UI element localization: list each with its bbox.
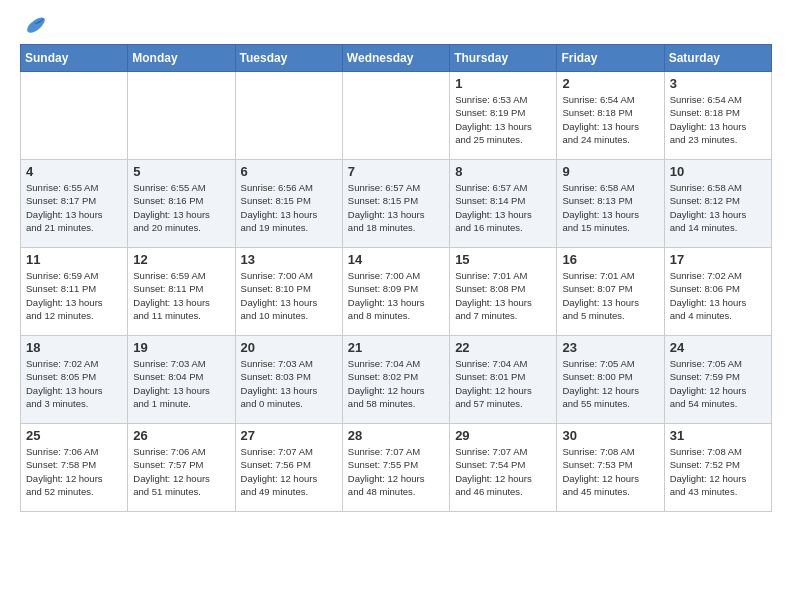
calendar-cell: 27Sunrise: 7:07 AM Sunset: 7:56 PM Dayli… <box>235 424 342 512</box>
logo-bird-icon <box>22 16 46 34</box>
day-number: 23 <box>562 340 658 355</box>
day-number: 1 <box>455 76 551 91</box>
day-number: 27 <box>241 428 337 443</box>
calendar-cell <box>128 72 235 160</box>
day-number: 9 <box>562 164 658 179</box>
calendar-cell: 4Sunrise: 6:55 AM Sunset: 8:17 PM Daylig… <box>21 160 128 248</box>
calendar-cell: 16Sunrise: 7:01 AM Sunset: 8:07 PM Dayli… <box>557 248 664 336</box>
calendar-cell: 31Sunrise: 7:08 AM Sunset: 7:52 PM Dayli… <box>664 424 771 512</box>
calendar-cell: 10Sunrise: 6:58 AM Sunset: 8:12 PM Dayli… <box>664 160 771 248</box>
day-info: Sunrise: 6:59 AM Sunset: 8:11 PM Dayligh… <box>26 269 122 322</box>
calendar-cell: 17Sunrise: 7:02 AM Sunset: 8:06 PM Dayli… <box>664 248 771 336</box>
calendar-cell: 24Sunrise: 7:05 AM Sunset: 7:59 PM Dayli… <box>664 336 771 424</box>
day-info: Sunrise: 7:07 AM Sunset: 7:56 PM Dayligh… <box>241 445 337 498</box>
calendar-header-row: SundayMondayTuesdayWednesdayThursdayFrid… <box>21 45 772 72</box>
day-number: 6 <box>241 164 337 179</box>
calendar-cell: 28Sunrise: 7:07 AM Sunset: 7:55 PM Dayli… <box>342 424 449 512</box>
calendar-cell: 23Sunrise: 7:05 AM Sunset: 8:00 PM Dayli… <box>557 336 664 424</box>
calendar-cell <box>21 72 128 160</box>
day-info: Sunrise: 7:00 AM Sunset: 8:09 PM Dayligh… <box>348 269 444 322</box>
calendar-cell <box>342 72 449 160</box>
day-number: 30 <box>562 428 658 443</box>
day-info: Sunrise: 7:02 AM Sunset: 8:05 PM Dayligh… <box>26 357 122 410</box>
day-number: 11 <box>26 252 122 267</box>
day-info: Sunrise: 7:03 AM Sunset: 8:04 PM Dayligh… <box>133 357 229 410</box>
day-info: Sunrise: 6:58 AM Sunset: 8:12 PM Dayligh… <box>670 181 766 234</box>
day-number: 4 <box>26 164 122 179</box>
day-info: Sunrise: 6:54 AM Sunset: 8:18 PM Dayligh… <box>670 93 766 146</box>
calendar-cell: 25Sunrise: 7:06 AM Sunset: 7:58 PM Dayli… <box>21 424 128 512</box>
page-header <box>20 16 772 34</box>
calendar-cell: 26Sunrise: 7:06 AM Sunset: 7:57 PM Dayli… <box>128 424 235 512</box>
calendar-col-monday: Monday <box>128 45 235 72</box>
day-number: 24 <box>670 340 766 355</box>
day-number: 25 <box>26 428 122 443</box>
day-info: Sunrise: 7:03 AM Sunset: 8:03 PM Dayligh… <box>241 357 337 410</box>
day-number: 16 <box>562 252 658 267</box>
day-info: Sunrise: 6:54 AM Sunset: 8:18 PM Dayligh… <box>562 93 658 146</box>
day-number: 22 <box>455 340 551 355</box>
calendar-cell: 21Sunrise: 7:04 AM Sunset: 8:02 PM Dayli… <box>342 336 449 424</box>
calendar-cell: 6Sunrise: 6:56 AM Sunset: 8:15 PM Daylig… <box>235 160 342 248</box>
day-info: Sunrise: 7:02 AM Sunset: 8:06 PM Dayligh… <box>670 269 766 322</box>
calendar-col-thursday: Thursday <box>450 45 557 72</box>
day-number: 13 <box>241 252 337 267</box>
calendar-cell: 13Sunrise: 7:00 AM Sunset: 8:10 PM Dayli… <box>235 248 342 336</box>
day-info: Sunrise: 7:06 AM Sunset: 7:58 PM Dayligh… <box>26 445 122 498</box>
day-number: 14 <box>348 252 444 267</box>
day-info: Sunrise: 6:56 AM Sunset: 8:15 PM Dayligh… <box>241 181 337 234</box>
day-info: Sunrise: 6:57 AM Sunset: 8:15 PM Dayligh… <box>348 181 444 234</box>
calendar-cell <box>235 72 342 160</box>
day-number: 18 <box>26 340 122 355</box>
calendar-cell: 18Sunrise: 7:02 AM Sunset: 8:05 PM Dayli… <box>21 336 128 424</box>
calendar-cell: 1Sunrise: 6:53 AM Sunset: 8:19 PM Daylig… <box>450 72 557 160</box>
calendar-cell: 12Sunrise: 6:59 AM Sunset: 8:11 PM Dayli… <box>128 248 235 336</box>
day-info: Sunrise: 6:58 AM Sunset: 8:13 PM Dayligh… <box>562 181 658 234</box>
calendar-col-wednesday: Wednesday <box>342 45 449 72</box>
day-info: Sunrise: 6:59 AM Sunset: 8:11 PM Dayligh… <box>133 269 229 322</box>
calendar-cell: 7Sunrise: 6:57 AM Sunset: 8:15 PM Daylig… <box>342 160 449 248</box>
calendar-cell: 3Sunrise: 6:54 AM Sunset: 8:18 PM Daylig… <box>664 72 771 160</box>
calendar-col-friday: Friday <box>557 45 664 72</box>
day-number: 21 <box>348 340 444 355</box>
day-number: 29 <box>455 428 551 443</box>
day-number: 26 <box>133 428 229 443</box>
calendar-cell: 14Sunrise: 7:00 AM Sunset: 8:09 PM Dayli… <box>342 248 449 336</box>
calendar-week-row: 11Sunrise: 6:59 AM Sunset: 8:11 PM Dayli… <box>21 248 772 336</box>
day-info: Sunrise: 6:57 AM Sunset: 8:14 PM Dayligh… <box>455 181 551 234</box>
day-info: Sunrise: 7:07 AM Sunset: 7:55 PM Dayligh… <box>348 445 444 498</box>
day-info: Sunrise: 7:07 AM Sunset: 7:54 PM Dayligh… <box>455 445 551 498</box>
day-info: Sunrise: 7:08 AM Sunset: 7:52 PM Dayligh… <box>670 445 766 498</box>
day-number: 2 <box>562 76 658 91</box>
calendar-cell: 2Sunrise: 6:54 AM Sunset: 8:18 PM Daylig… <box>557 72 664 160</box>
day-info: Sunrise: 6:53 AM Sunset: 8:19 PM Dayligh… <box>455 93 551 146</box>
calendar-cell: 11Sunrise: 6:59 AM Sunset: 8:11 PM Dayli… <box>21 248 128 336</box>
day-number: 5 <box>133 164 229 179</box>
calendar-table: SundayMondayTuesdayWednesdayThursdayFrid… <box>20 44 772 512</box>
day-number: 17 <box>670 252 766 267</box>
day-info: Sunrise: 6:55 AM Sunset: 8:16 PM Dayligh… <box>133 181 229 234</box>
day-number: 28 <box>348 428 444 443</box>
day-number: 8 <box>455 164 551 179</box>
day-info: Sunrise: 7:06 AM Sunset: 7:57 PM Dayligh… <box>133 445 229 498</box>
day-info: Sunrise: 7:05 AM Sunset: 8:00 PM Dayligh… <box>562 357 658 410</box>
day-number: 7 <box>348 164 444 179</box>
calendar-cell: 15Sunrise: 7:01 AM Sunset: 8:08 PM Dayli… <box>450 248 557 336</box>
calendar-cell: 8Sunrise: 6:57 AM Sunset: 8:14 PM Daylig… <box>450 160 557 248</box>
day-number: 10 <box>670 164 766 179</box>
logo <box>20 16 46 34</box>
calendar-week-row: 25Sunrise: 7:06 AM Sunset: 7:58 PM Dayli… <box>21 424 772 512</box>
calendar-cell: 30Sunrise: 7:08 AM Sunset: 7:53 PM Dayli… <box>557 424 664 512</box>
day-number: 12 <box>133 252 229 267</box>
day-info: Sunrise: 7:04 AM Sunset: 8:01 PM Dayligh… <box>455 357 551 410</box>
day-info: Sunrise: 7:08 AM Sunset: 7:53 PM Dayligh… <box>562 445 658 498</box>
calendar-cell: 5Sunrise: 6:55 AM Sunset: 8:16 PM Daylig… <box>128 160 235 248</box>
calendar-cell: 29Sunrise: 7:07 AM Sunset: 7:54 PM Dayli… <box>450 424 557 512</box>
calendar-week-row: 1Sunrise: 6:53 AM Sunset: 8:19 PM Daylig… <box>21 72 772 160</box>
calendar-col-sunday: Sunday <box>21 45 128 72</box>
day-number: 31 <box>670 428 766 443</box>
day-number: 3 <box>670 76 766 91</box>
day-number: 19 <box>133 340 229 355</box>
day-info: Sunrise: 6:55 AM Sunset: 8:17 PM Dayligh… <box>26 181 122 234</box>
day-info: Sunrise: 7:00 AM Sunset: 8:10 PM Dayligh… <box>241 269 337 322</box>
